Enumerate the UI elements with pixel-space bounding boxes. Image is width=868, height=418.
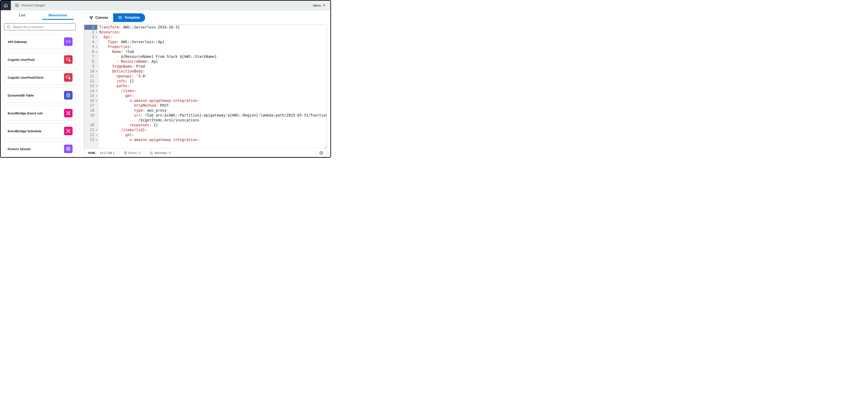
sidebar: List Resources API Gateway Cognito UserP… xyxy=(1,10,80,157)
svg-rect-18 xyxy=(90,16,91,17)
svg-point-10 xyxy=(69,114,70,115)
search-resource-wrap[interactable] xyxy=(4,23,76,30)
editor-statusbar: YAML Ln 1, Col 1 | Errors: 0 | xyxy=(84,149,327,157)
svg-point-6 xyxy=(67,93,70,95)
menu-button[interactable]: Menu ▼ xyxy=(308,4,331,7)
kinesis-icon xyxy=(64,144,72,153)
canvas-icon xyxy=(89,16,93,20)
gear-icon xyxy=(319,151,323,155)
resize-handle-icon[interactable] xyxy=(324,146,327,149)
status-language[interactable]: YAML xyxy=(88,151,96,155)
svg-rect-2 xyxy=(66,58,69,60)
resource-eventbridge-rule[interactable]: EventBridge Event rule xyxy=(4,106,76,121)
svg-point-12 xyxy=(67,129,67,130)
search-icon xyxy=(7,25,10,29)
editor-settings-button[interactable] xyxy=(316,150,323,156)
save-icon xyxy=(15,3,19,7)
svg-point-7 xyxy=(67,111,67,112)
resource-dynamodb-table[interactable]: DynamoDB Table xyxy=(4,88,76,103)
view-toggle: Canvas Template xyxy=(84,13,327,22)
resource-label: EventBridge Schedule xyxy=(8,129,41,133)
line-gutter[interactable]: 12▼3▼45▼6▼78910▼111213▼14▼15▼16▼17181920… xyxy=(84,25,99,149)
resource-cognito-userpoolclient[interactable]: Cognito UserPoolClient xyxy=(4,70,76,85)
svg-point-15 xyxy=(69,132,70,133)
svg-rect-19 xyxy=(92,16,93,17)
svg-point-11 xyxy=(68,113,69,114)
topbar: Unsaved changes Menu ▼ xyxy=(1,1,331,10)
resource-label: EventBridge Event rule xyxy=(8,111,43,115)
tab-resources[interactable]: Resources xyxy=(40,10,76,20)
resource-kinesis-stream[interactable]: Kinesis Stream xyxy=(4,141,76,156)
resource-label: DynamoDB Table xyxy=(8,94,34,97)
code-editor[interactable]: 12▼3▼45▼6▼78910▼111213▼14▼15▼16▼17181920… xyxy=(84,25,327,157)
svg-rect-21 xyxy=(119,17,122,19)
svg-point-23 xyxy=(320,152,322,153)
chevron-down-icon: ▼ xyxy=(323,4,325,7)
resource-label: Cognito UserPool xyxy=(8,58,35,61)
svg-point-16 xyxy=(68,131,69,131)
error-icon xyxy=(124,151,127,155)
canvas-view-button[interactable]: Canvas xyxy=(84,13,113,22)
save-status: Unsaved changes xyxy=(11,3,49,7)
svg-point-13 xyxy=(69,129,70,130)
resource-label: Cognito UserPoolClient xyxy=(8,76,43,79)
code-body[interactable]: Transform: AWS::Serverless-2016-10-31Res… xyxy=(99,25,327,149)
main-panel: Canvas Template 12▼3▼45▼6▼78910▼111213▼1… xyxy=(80,10,331,157)
tab-list[interactable]: List xyxy=(4,10,40,20)
sidebar-tabs: List Resources xyxy=(4,10,76,20)
cognito-icon xyxy=(64,73,72,82)
svg-line-1 xyxy=(9,27,10,28)
canvas-label: Canvas xyxy=(95,15,108,20)
status-errors[interactable]: Errors: 0 xyxy=(124,151,141,155)
warning-icon xyxy=(150,151,153,155)
template-view-button[interactable]: Template xyxy=(113,13,145,22)
eventbridge-icon xyxy=(64,109,72,117)
resource-cognito-userpool[interactable]: Cognito UserPool xyxy=(4,52,76,67)
svg-point-14 xyxy=(67,132,67,133)
svg-point-0 xyxy=(7,26,9,28)
save-status-text: Unsaved changes xyxy=(21,4,45,7)
dynamodb-icon xyxy=(64,91,72,99)
menu-label: Menu xyxy=(313,4,321,7)
template-label: Template xyxy=(124,15,140,20)
svg-rect-20 xyxy=(91,18,92,19)
resource-api-gateway[interactable]: API Gateway xyxy=(4,34,76,49)
eventbridge-icon xyxy=(64,127,72,135)
search-input[interactable] xyxy=(12,25,73,29)
svg-point-9 xyxy=(67,114,67,115)
home-button[interactable] xyxy=(1,1,11,10)
resource-label: Kinesis Stream xyxy=(8,147,31,151)
resource-label: API Gateway xyxy=(8,40,27,43)
status-warnings[interactable]: Warnings: 0 xyxy=(150,151,170,155)
template-icon xyxy=(118,16,122,20)
status-cursor: Ln 1, Col 1 xyxy=(100,151,115,155)
resource-list: API Gateway Cognito UserPool Cognito Use… xyxy=(4,34,76,157)
svg-rect-4 xyxy=(66,76,69,78)
api-gateway-icon xyxy=(64,37,72,46)
resource-eventbridge-schedule[interactable]: EventBridge Schedule xyxy=(4,124,76,138)
svg-point-8 xyxy=(69,111,70,112)
cognito-icon xyxy=(64,55,72,64)
